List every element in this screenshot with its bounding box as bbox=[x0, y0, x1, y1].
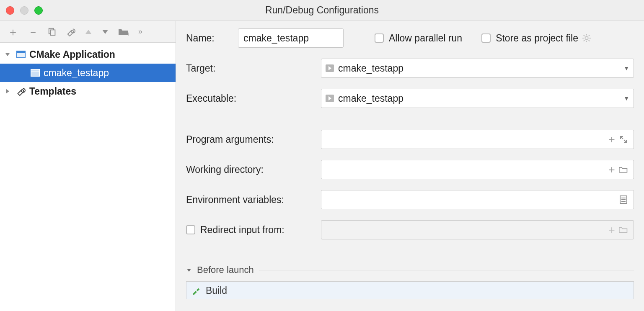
program-arguments-input[interactable]: + bbox=[321, 130, 634, 149]
browse-folder-button bbox=[618, 224, 629, 236]
chevron-right-icon bbox=[3, 88, 13, 94]
tree-group-templates[interactable]: Templates bbox=[0, 82, 176, 100]
sidebar-toolbar: ＋ － + » bbox=[0, 21, 176, 43]
run-target-icon bbox=[326, 64, 334, 72]
config-tree: CMake Application cmake_testapp Template… bbox=[0, 43, 176, 100]
svg-marker-2 bbox=[85, 30, 91, 34]
name-input[interactable] bbox=[238, 28, 344, 48]
before-launch-list: Build bbox=[186, 281, 634, 299]
redirect-input-label: Redirect input from: bbox=[200, 224, 284, 236]
overflow-button[interactable]: » bbox=[138, 27, 143, 36]
remove-config-button[interactable]: － bbox=[28, 26, 39, 37]
env-variables-input[interactable] bbox=[321, 190, 634, 209]
move-down-button[interactable] bbox=[101, 29, 109, 35]
window-title: Run/Debug Configurations bbox=[0, 5, 644, 16]
add-config-button[interactable]: ＋ bbox=[8, 26, 18, 37]
browse-folder-button[interactable] bbox=[618, 164, 629, 175]
cmake-app-icon bbox=[16, 51, 26, 58]
svg-rect-1 bbox=[50, 30, 55, 35]
svg-line-19 bbox=[589, 35, 590, 36]
program-arguments-label: Program arguments: bbox=[186, 134, 321, 145]
svg-line-17 bbox=[589, 40, 590, 41]
before-launch-title: Before launch bbox=[197, 265, 254, 275]
store-project-file-checkbox[interactable]: Store as project file bbox=[481, 33, 578, 44]
executable-value: cmake_testapp bbox=[338, 93, 623, 104]
svg-line-16 bbox=[584, 35, 585, 36]
tree-group-label: CMake Application bbox=[29, 49, 176, 60]
insert-macro-button[interactable]: + bbox=[606, 134, 618, 145]
titlebar: Run/Debug Configurations bbox=[0, 0, 644, 21]
config-form: Name: Allow parallel run Store as projec… bbox=[176, 21, 644, 311]
working-directory-input[interactable]: + bbox=[321, 160, 634, 179]
before-launch-item-build[interactable]: Build bbox=[186, 282, 634, 299]
chevron-down-icon: ▼ bbox=[623, 65, 629, 72]
folder-actions-button[interactable]: + bbox=[118, 28, 129, 36]
working-directory-label: Working directory: bbox=[186, 164, 321, 175]
before-launch-item-label: Build bbox=[206, 285, 227, 296]
move-up-button[interactable] bbox=[85, 29, 92, 35]
before-launch-header[interactable]: Before launch bbox=[186, 265, 634, 275]
name-label: Name: bbox=[186, 33, 238, 44]
gear-icon[interactable] bbox=[581, 32, 592, 44]
svg-point-11 bbox=[585, 36, 588, 39]
expand-icon[interactable] bbox=[618, 134, 629, 145]
cmake-app-icon bbox=[30, 69, 40, 77]
svg-marker-10 bbox=[6, 89, 9, 93]
env-variables-label: Environment variables: bbox=[186, 194, 321, 206]
run-target-icon bbox=[326, 95, 334, 102]
svg-line-18 bbox=[584, 40, 585, 41]
copy-config-button[interactable] bbox=[48, 27, 57, 36]
chevron-down-icon: ▼ bbox=[623, 95, 629, 102]
target-dropdown[interactable]: cmake_testapp ▼ bbox=[321, 59, 634, 78]
svg-rect-7 bbox=[17, 51, 25, 53]
separator bbox=[259, 270, 634, 270]
svg-rect-9 bbox=[31, 69, 39, 72]
insert-macro-button: + bbox=[606, 224, 618, 236]
svg-marker-3 bbox=[102, 30, 108, 34]
tree-item-label: cmake_testapp bbox=[44, 67, 176, 79]
target-value: cmake_testapp bbox=[338, 63, 623, 74]
edit-defaults-button[interactable] bbox=[66, 27, 75, 36]
svg-marker-28 bbox=[187, 269, 191, 272]
tree-item-cmake_testapp[interactable]: cmake_testapp bbox=[0, 64, 176, 82]
chevron-down-icon bbox=[3, 51, 13, 57]
hammer-icon bbox=[191, 286, 201, 295]
redirect-input-field: + bbox=[321, 220, 634, 239]
redirect-input-checkbox[interactable]: Redirect input from: bbox=[186, 224, 321, 236]
store-project-file-label: Store as project file bbox=[496, 33, 578, 44]
configurations-sidebar: ＋ － + » CMake Application bbox=[0, 21, 176, 311]
tree-group-cmake-application[interactable]: CMake Application bbox=[0, 45, 176, 64]
tree-group-label: Templates bbox=[29, 86, 176, 97]
svg-text:+: + bbox=[127, 31, 129, 36]
edit-env-button[interactable] bbox=[618, 194, 629, 206]
allow-parallel-checkbox[interactable]: Allow parallel run bbox=[375, 33, 462, 44]
target-label: Target: bbox=[186, 63, 321, 74]
wrench-icon bbox=[16, 87, 26, 96]
executable-label: Executable: bbox=[186, 93, 321, 104]
insert-macro-button[interactable]: + bbox=[606, 164, 618, 175]
svg-marker-5 bbox=[5, 53, 10, 56]
allow-parallel-label: Allow parallel run bbox=[389, 33, 462, 44]
executable-dropdown[interactable]: cmake_testapp ▼ bbox=[321, 89, 634, 108]
chevron-down-icon bbox=[186, 267, 192, 273]
